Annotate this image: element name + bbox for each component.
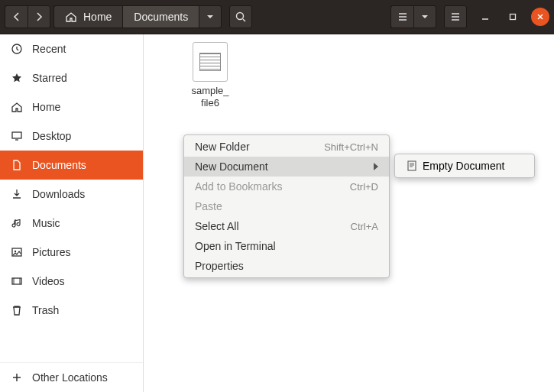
view-dropdown-button[interactable] xyxy=(413,5,436,28)
back-button[interactable] xyxy=(5,5,28,28)
svg-rect-7 xyxy=(408,161,416,170)
documents-icon xyxy=(11,159,23,171)
sidebar-item-label: Trash xyxy=(32,304,59,316)
svg-point-5 xyxy=(15,251,16,252)
music-icon xyxy=(11,217,23,229)
context-menu: New Folder Shift+Ctrl+N New Document Add… xyxy=(183,134,390,278)
menu-item-label: Open in Terminal xyxy=(195,240,276,252)
menu-add-to-bookmarks: Add to Bookmarks Ctrl+D xyxy=(184,177,389,196)
breadcrumb-current-label: Documents xyxy=(134,11,188,23)
sidebar-item-music[interactable]: Music xyxy=(0,209,143,238)
chevron-left-icon xyxy=(11,11,23,23)
sidebar: Recent Starred Home Desktop Documents Do… xyxy=(0,34,144,392)
menu-paste: Paste xyxy=(184,196,389,216)
clock-icon xyxy=(11,43,23,55)
minimize-icon xyxy=(481,13,489,21)
sidebar-item-label: Videos xyxy=(32,275,65,287)
sidebar-item-home[interactable]: Home xyxy=(0,92,143,121)
menu-item-label: New Document xyxy=(195,160,268,173)
sidebar-item-label: Starred xyxy=(32,72,67,84)
sidebar-item-label: Desktop xyxy=(32,130,71,142)
sidebar-item-label: Music xyxy=(32,217,60,229)
desktop-icon xyxy=(11,130,23,142)
search-button[interactable] xyxy=(229,5,252,28)
menu-item-label: New Folder xyxy=(195,141,250,153)
star-icon xyxy=(11,72,23,84)
videos-icon xyxy=(11,275,23,287)
chevron-right-icon xyxy=(33,11,45,23)
text-file-icon xyxy=(193,42,228,82)
headerbar: Home Documents xyxy=(0,0,554,34)
minimize-button[interactable] xyxy=(476,8,494,26)
breadcrumb-current[interactable]: Documents xyxy=(122,5,199,28)
sidebar-item-pictures[interactable]: Pictures xyxy=(0,238,143,267)
menu-icon xyxy=(449,11,462,23)
pictures-icon xyxy=(11,246,23,258)
svg-point-0 xyxy=(237,13,244,20)
submenu-item-label: Empty Document xyxy=(423,160,504,172)
home-icon xyxy=(65,11,77,23)
svg-rect-3 xyxy=(12,132,21,138)
sidebar-item-videos[interactable]: Videos xyxy=(0,267,143,296)
menu-open-in-terminal[interactable]: Open in Terminal xyxy=(184,236,389,256)
menu-select-all[interactable]: Select All Ctrl+A xyxy=(184,216,389,236)
plus-icon xyxy=(11,371,23,384)
submenu-new-document: Empty Document xyxy=(394,154,535,178)
menu-item-label: Add to Bookmarks xyxy=(195,180,282,193)
sidebar-item-label: Recent xyxy=(32,43,66,55)
maximize-icon xyxy=(509,13,517,21)
menu-new-folder[interactable]: New Folder Shift+Ctrl+N xyxy=(184,137,389,157)
sidebar-item-desktop[interactable]: Desktop xyxy=(0,121,143,151)
file-item[interactable]: sample_ file6 xyxy=(176,42,245,109)
menu-item-accel: Ctrl+A xyxy=(351,221,378,232)
sidebar-item-starred[interactable]: Starred xyxy=(0,63,143,92)
sidebar-item-trash[interactable]: Trash xyxy=(0,296,143,325)
hamburger-button[interactable] xyxy=(444,5,467,28)
forward-button[interactable] xyxy=(28,5,50,28)
submenu-empty-document[interactable]: Empty Document xyxy=(395,156,534,176)
sidebar-item-label: Pictures xyxy=(32,246,71,258)
file-label: sample_ file6 xyxy=(176,85,245,109)
menu-item-label: Properties xyxy=(195,260,244,272)
breadcrumb-home-label: Home xyxy=(83,11,112,23)
sidebar-item-label: Documents xyxy=(32,159,86,171)
submenu-arrow-icon xyxy=(374,163,378,170)
home-icon xyxy=(11,101,23,113)
trash-icon xyxy=(11,304,23,316)
close-button[interactable] xyxy=(531,8,549,26)
svg-rect-1 xyxy=(510,15,516,20)
list-icon xyxy=(397,11,409,23)
download-icon xyxy=(11,188,23,200)
breadcrumb-bar: Home Documents xyxy=(53,5,222,28)
sidebar-item-downloads[interactable]: Downloads xyxy=(0,180,143,209)
nav-group xyxy=(5,5,50,28)
sidebar-item-other-locations[interactable]: Other Locations xyxy=(0,363,143,392)
sidebar-item-recent[interactable]: Recent xyxy=(0,34,143,63)
sidebar-item-label: Downloads xyxy=(32,188,85,200)
maximize-button[interactable] xyxy=(504,8,522,26)
search-icon xyxy=(235,11,247,23)
menu-item-label: Select All xyxy=(195,220,239,232)
sidebar-item-documents[interactable]: Documents xyxy=(0,151,143,180)
sidebar-item-label: Home xyxy=(32,101,60,113)
menu-properties[interactable]: Properties xyxy=(184,256,389,276)
caret-down-icon xyxy=(419,11,431,23)
breadcrumb-dropdown[interactable] xyxy=(199,5,222,28)
menu-item-label: Paste xyxy=(195,200,222,212)
view-group xyxy=(390,5,436,28)
menu-new-document[interactable]: New Document xyxy=(184,157,389,177)
breadcrumb-home[interactable]: Home xyxy=(53,5,122,28)
sidebar-item-label: Other Locations xyxy=(32,371,108,384)
close-icon xyxy=(536,13,544,21)
list-view-button[interactable] xyxy=(390,5,413,28)
menu-item-accel: Shift+Ctrl+N xyxy=(324,141,378,153)
document-icon xyxy=(406,160,418,172)
caret-down-icon xyxy=(204,11,216,23)
menu-item-accel: Ctrl+D xyxy=(350,181,378,193)
